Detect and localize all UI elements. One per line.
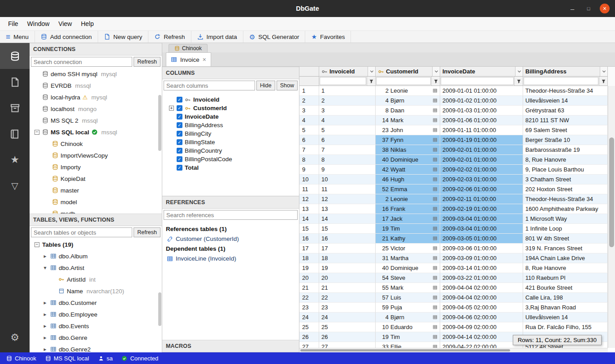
filter-input-invoiceid[interactable]: [320, 77, 366, 85]
cell-customerid[interactable]: 16Frank: [376, 204, 440, 214]
cell-billingaddress[interactable]: Theodor-Heuss-Straße 34: [523, 86, 608, 96]
expander-slot[interactable]: ▸: [42, 253, 48, 259]
show-button[interactable]: Show: [277, 81, 298, 90]
cell-customerid[interactable]: 52Emma: [376, 184, 440, 194]
cell-invoicedate[interactable]: 2009-03-22 01:00:00: [440, 273, 523, 283]
row-number-cell[interactable]: 24: [299, 313, 319, 322]
connection-item-local-hydra[interactable]: local-hydra⚠mysql: [30, 91, 162, 103]
horizontal-scrollbar-thumb[interactable]: [300, 349, 510, 351]
cell-invoiceid[interactable]: 15: [319, 224, 376, 234]
cell-invoicedate[interactable]: 2009-01-11 01:00:00: [440, 125, 523, 135]
column-toggle-billingcountry[interactable]: ✓BillingCountry: [162, 146, 299, 155]
columns-search-input[interactable]: [164, 81, 255, 90]
cell-invoiceid[interactable]: 25: [319, 322, 376, 332]
row-number-cell[interactable]: 9: [299, 165, 319, 175]
expander-slot[interactable]: −: [34, 242, 40, 248]
cell-invoicedate[interactable]: 2009-03-09 01:00:00: [440, 253, 523, 263]
tables-search-input[interactable]: [31, 227, 132, 237]
cell-billingaddress[interactable]: 319 N. Frances Street: [523, 244, 608, 253]
cell-billingaddress[interactable]: 69 Salem Street: [523, 125, 608, 135]
cell-invoicedate[interactable]: 2009-01-06 01:00:00: [440, 116, 523, 125]
toolbar-menu-button[interactable]: ≡Menu: [0, 31, 35, 43]
row-number-cell[interactable]: 4: [299, 116, 319, 125]
cell-customerid[interactable]: 25Victor: [376, 244, 440, 253]
toolbar-new-query-button[interactable]: New query: [98, 31, 149, 43]
cell-billingaddress[interactable]: 1 Microsoft Way: [523, 214, 608, 224]
cell-billingaddress[interactable]: 421 Bourke Street: [523, 283, 608, 293]
filter-input-customerid[interactable]: [376, 77, 431, 85]
collapse-expander-icon[interactable]: −: [35, 242, 39, 247]
row-number-cell[interactable]: 8: [299, 155, 319, 165]
cell-billingaddress[interactable]: 1 Infinite Loop: [523, 224, 608, 234]
cell-invoiceid[interactable]: 24: [319, 313, 376, 322]
minimize-icon[interactable]: –: [567, 4, 577, 13]
checkbox-checked-icon[interactable]: ✓: [177, 165, 182, 171]
checkbox-checked-icon[interactable]: ✓: [177, 97, 182, 103]
column-menu-button[interactable]: [515, 67, 523, 76]
cell-billingaddress[interactable]: 3,Raj Bhavan Road: [523, 303, 608, 313]
cell-invoiceid[interactable]: 4: [319, 116, 376, 125]
cell-customerid[interactable]: 19Tim: [376, 224, 440, 234]
checkbox-checked-icon[interactable]: ✓: [177, 148, 182, 154]
cell-invoiceid[interactable]: 23: [319, 303, 376, 313]
filter-menu-button[interactable]: [367, 77, 375, 86]
tab-invoice[interactable]: Invoice ×: [166, 52, 211, 66]
expander-slot[interactable]: ▸: [42, 312, 48, 317]
hide-button[interactable]: Hide: [256, 81, 275, 90]
toolbar-refresh-button[interactable]: Refresh: [148, 31, 191, 43]
cell-invoicedate[interactable]: 2009-02-11 01:00:00: [440, 194, 523, 204]
cell-invoiceid[interactable]: 11: [319, 184, 376, 194]
cell-invoicedate[interactable]: 2009-03-06 01:00:00: [440, 244, 523, 253]
cell-invoicedate[interactable]: 2009-02-06 01:00:00: [440, 184, 523, 194]
collapse-expander-icon[interactable]: −: [35, 130, 39, 135]
cell-customerid[interactable]: 10Eduardo: [376, 322, 440, 332]
activity-archive-icon[interactable]: [0, 95, 30, 121]
activity-database-icon[interactable]: [0, 43, 30, 69]
cell-invoicedate[interactable]: 2009-04-14 02:00:00: [440, 332, 523, 342]
column-toggle-billingcity[interactable]: ✓BillingCity: [162, 129, 299, 138]
cell-invoiceid[interactable]: 19: [319, 263, 376, 273]
toolbar-import-data-button[interactable]: Import data: [191, 31, 243, 43]
cell-billingaddress[interactable]: 3 Chatham Street: [523, 175, 608, 184]
cell-customerid[interactable]: 4Bjørn: [376, 96, 440, 106]
row-number-cell[interactable]: 17: [299, 244, 319, 253]
vertical-scrollbar[interactable]: [608, 86, 615, 348]
connection-item-model[interactable]: model: [30, 196, 162, 208]
row-number-cell[interactable]: 22: [299, 293, 319, 303]
table-tree-item-dbo-genre[interactable]: ▸dbo.Genre: [30, 332, 162, 343]
table-tree-item-dbo-album[interactable]: ▸dbo.Album: [30, 250, 162, 262]
cell-invoiceid[interactable]: 10: [319, 175, 376, 184]
cell-invoicedate[interactable]: 2009-04-05 02:00:00: [440, 303, 523, 313]
cell-customerid[interactable]: 2Leonie: [376, 194, 440, 204]
connection-item-msdb[interactable]: msdb: [30, 208, 162, 214]
column-header-invoicedate[interactable]: InvoiceDate: [440, 67, 523, 77]
row-number-cell[interactable]: 25: [299, 322, 319, 332]
connection-item-chinook[interactable]: Chinook: [30, 138, 162, 150]
cell-customerid[interactable]: 46Hugh: [376, 175, 440, 184]
cell-billingaddress[interactable]: Berger Straße 10: [523, 135, 608, 145]
filter-input-invoicedate[interactable]: [441, 77, 514, 85]
cell-billingaddress[interactable]: Ullevålsveien 14: [523, 96, 608, 106]
menu-file[interactable]: File: [4, 18, 23, 30]
tables-scrollbar-thumb[interactable]: [158, 292, 161, 326]
column-menu-button[interactable]: [600, 67, 607, 76]
checkbox-checked-icon[interactable]: ✓: [177, 122, 182, 128]
column-header-customerid[interactable]: CustomerId: [376, 67, 440, 77]
horizontal-scrollbar[interactable]: [299, 348, 608, 352]
status-ms-sql-local[interactable]: MS SQL local: [41, 352, 94, 364]
row-number-cell[interactable]: 20: [299, 273, 319, 283]
close-icon[interactable]: ×: [600, 4, 610, 13]
cell-billingaddress[interactable]: 110 Raeburn Pl: [523, 273, 608, 283]
connection-item-ms-sql-2[interactable]: MS SQL 2mssql: [30, 115, 162, 126]
row-number-cell[interactable]: 13: [299, 204, 319, 214]
cell-invoicedate[interactable]: 2009-02-03 01:00:00: [440, 175, 523, 184]
row-number-cell[interactable]: 23: [299, 303, 319, 313]
cell-invoiceid[interactable]: 9: [319, 165, 376, 175]
table-tree-item-dbo-customer[interactable]: ▸dbo.Customer: [30, 297, 162, 308]
tab-close-icon[interactable]: ×: [203, 56, 206, 63]
cell-customerid[interactable]: 14Mark: [376, 116, 440, 125]
cell-customerid[interactable]: 38Niklas: [376, 145, 440, 155]
cell-customerid[interactable]: 54Steve: [376, 273, 440, 283]
expander-slot[interactable]: +: [169, 105, 174, 111]
cell-billingaddress[interactable]: 1600 Amphitheatre Parkway: [523, 204, 608, 214]
